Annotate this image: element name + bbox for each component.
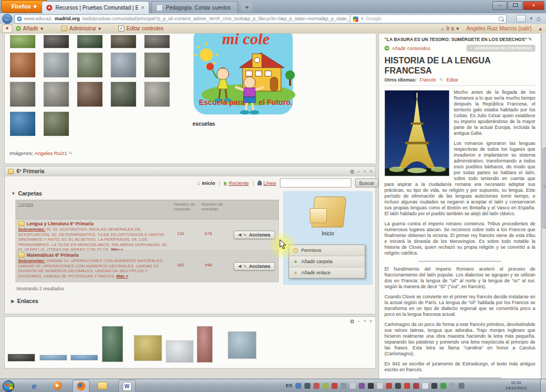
thumbnail-monkeys[interactable]	[110, 35, 136, 48]
back-button[interactable]: ←	[2, 14, 12, 24]
thumbnail-panda-walking[interactable]	[43, 35, 69, 48]
thumbnail-owl[interactable]	[10, 81, 36, 107]
portlet-config-icon[interactable]	[350, 170, 354, 174]
search-input[interactable]: ▾ Google	[350, 14, 507, 23]
tab-recursos[interactable]: Recursos | Pruebas Comunidad | Edu... ×	[42, 1, 149, 13]
thumbnail-penguins[interactable]	[43, 52, 69, 78]
tab-reciente[interactable]: ▶ Reciente	[224, 180, 249, 186]
thumbnail-panda-in-tree[interactable]	[77, 35, 103, 48]
thumbnail-collage[interactable]	[228, 331, 256, 359]
header-carpeta[interactable]: Carpeta	[16, 200, 172, 219]
taskbar-ie-icon[interactable]: e	[29, 380, 39, 391]
thumbnail-girl-photo[interactable]	[197, 326, 213, 363]
portlet-maximize-icon[interactable]: +	[363, 318, 366, 324]
tray-icon[interactable]	[449, 383, 455, 389]
menu-item-anadir-carpeta[interactable]: + Añadir carpeta	[289, 256, 365, 267]
bookmarks-caret-icon[interactable]: ▾	[530, 16, 532, 21]
start-button[interactable]	[3, 380, 14, 392]
language-indicator[interactable]: ES	[286, 383, 292, 388]
user-menu[interactable]: Angeles Ruiz Marcos (salir)	[467, 26, 532, 31]
search-icon[interactable]	[499, 17, 503, 21]
tray-icon[interactable]	[386, 383, 392, 389]
tray-icon[interactable]	[332, 383, 338, 389]
portlet-minimize-icon[interactable]: −	[357, 318, 360, 324]
tray-icon[interactable]	[377, 383, 383, 389]
tray-icon[interactable]	[314, 383, 319, 389]
thumbnail-lynx[interactable]	[43, 81, 69, 107]
collapse-dockbar-icon[interactable]: ▴	[539, 26, 542, 31]
portlet-close-icon[interactable]: ×	[370, 169, 372, 174]
portlet-config-icon[interactable]	[350, 320, 354, 323]
thumbnail-tiger[interactable]	[10, 52, 36, 78]
more-link[interactable]: Más »	[116, 274, 128, 279]
restore-button[interactable]	[508, 1, 523, 10]
more-link[interactable]: Más »	[111, 247, 123, 250]
thumbnail-panda-face[interactable]	[77, 52, 103, 78]
thumbnail-wolf[interactable]	[144, 52, 170, 78]
language-link[interactable]: Francés	[420, 77, 436, 83]
edit-controls-toggle[interactable]: ✓ Editar controles	[118, 24, 163, 32]
thumbnail-farm-cartoon[interactable]	[134, 335, 162, 361]
tray-icon[interactable]	[350, 383, 356, 389]
thumbnail-ferret[interactable]	[77, 81, 103, 107]
acciones-button[interactable]: ◀ ✎ Acciones	[234, 262, 275, 271]
manage-menu[interactable]: Administrar ▾	[61, 24, 101, 32]
add-contents-link[interactable]: Añadir contenidos	[392, 46, 430, 51]
edit-link[interactable]: Editar	[446, 77, 458, 83]
edit-pencil-icon[interactable]: ✎	[439, 77, 444, 83]
thumbnail-gorilla[interactable]	[110, 81, 136, 107]
acciones-button[interactable]: ◀ ✎ Acciones	[234, 231, 275, 239]
section-enlaces[interactable]: ▶ Enlaces	[11, 298, 38, 304]
tray-icon[interactable]	[459, 383, 464, 389]
images-owner-link[interactable]: Angeles Ruiz1	[35, 150, 67, 156]
mi-cole-image[interactable]: mi cole	[192, 34, 299, 119]
portlet-minimize-icon[interactable]: −	[357, 169, 360, 174]
taskbar-word-button[interactable]: W	[118, 380, 135, 392]
minimize-button[interactable]: —	[492, 1, 507, 10]
edit-pencil-icon[interactable]: ✎	[528, 37, 533, 42]
search-engine-caret-icon[interactable]: ▾	[361, 15, 364, 23]
new-tab-button[interactable]: +	[241, 3, 253, 12]
folder-search-input[interactable]	[280, 178, 351, 187]
tray-icon[interactable]	[368, 383, 374, 389]
thumbnail-chalkboard-lesson[interactable]	[102, 326, 123, 362]
close-button[interactable]: ×	[523, 1, 544, 10]
edit-pencil-icon[interactable]: ✎	[68, 151, 73, 156]
eiffel-tower-image[interactable]	[384, 90, 449, 176]
thumbnail-banner-blue[interactable]	[39, 355, 67, 361]
taskbar-clock[interactable]: 11:31 14/12/2012	[499, 380, 533, 391]
folder-link[interactable]: Lengua y Literatura 6º Primaria	[18, 221, 170, 226]
tray-icon[interactable]	[431, 383, 437, 389]
thumbnail-eagle[interactable]	[43, 111, 69, 136]
portlet-maximize-icon[interactable]: +	[363, 169, 366, 174]
firefox-menu-button[interactable]: Firefox ▾	[1, 0, 47, 13]
tray-icon[interactable]	[413, 383, 419, 389]
thumbnail-dark-animal[interactable]	[144, 35, 170, 48]
favorites-button[interactable]: ♥	[2, 24, 12, 33]
tray-icon[interactable]	[422, 383, 428, 389]
thumbnail-seal[interactable]	[144, 81, 170, 107]
tray-icon[interactable]	[323, 383, 328, 389]
add-menu[interactable]: + Añadir ▾	[16, 24, 43, 32]
tray-icon[interactable]	[404, 383, 410, 389]
tray-icon[interactable]	[295, 383, 301, 389]
tray-icon[interactable]	[440, 383, 446, 389]
tab-pedagogia[interactable]: Pedagogía. Contar cuentos	[151, 1, 238, 13]
buscar-button[interactable]: Buscar	[355, 178, 379, 187]
thumbnail-cartoon-children[interactable]	[10, 35, 36, 48]
thumbnail-banner-dark[interactable]	[7, 354, 35, 362]
scrollbar-thumb[interactable]	[542, 148, 546, 228]
home-icon[interactable]: ⌂	[536, 14, 541, 22]
thumbnail-dolphins[interactable]	[10, 111, 36, 136]
thumbnail-website-screenshot[interactable]	[166, 340, 194, 363]
tab-close-icon[interactable]: ×	[141, 4, 144, 11]
section-carpetas[interactable]: ▼ Carpetas	[11, 190, 42, 197]
thumbnail-banner-sky[interactable]	[70, 355, 98, 361]
url-bar[interactable]: www.educa2.madrid.org/web/pruebas-comuni…	[14, 14, 351, 23]
tab-linea[interactable]: Línea	[258, 180, 276, 186]
portlet-close-icon[interactable]: ×	[370, 318, 372, 324]
tab-inicio[interactable]: ⌂ Inicio	[197, 180, 215, 186]
bookmarks-panel-icon[interactable]	[516, 15, 526, 22]
inicio-folder[interactable]	[309, 194, 347, 230]
goto-menu[interactable]: ⌂ Ir a ▾	[441, 26, 459, 31]
